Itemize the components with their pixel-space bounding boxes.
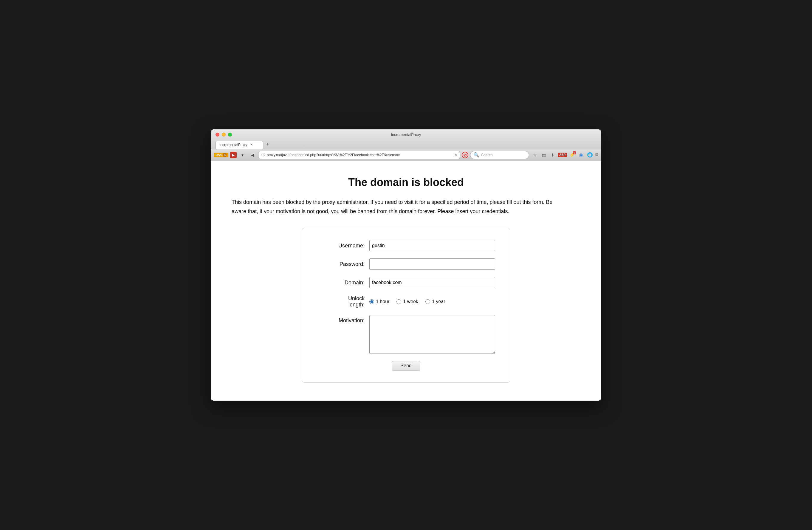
- page-content: The domain is blocked This domain has be…: [211, 161, 601, 401]
- search-input[interactable]: [481, 153, 526, 157]
- window-title: IncrementalProxy: [391, 132, 421, 137]
- back-button[interactable]: ◀: [249, 151, 257, 159]
- radio-1year[interactable]: 1 year: [425, 299, 445, 304]
- radio-1year-label: 1 year: [432, 299, 445, 304]
- title-bar: IncrementalProxy IncrementalProxy ✕ +: [211, 129, 601, 149]
- radio-1year-input[interactable]: [425, 299, 430, 304]
- bookmark-dropdown-button[interactable]: ▾: [238, 151, 247, 159]
- send-button[interactable]: Send: [392, 361, 420, 371]
- new-tab-button[interactable]: +: [263, 140, 272, 149]
- browser-window: IncrementalProxy IncrementalProxy ✕ + RS…: [211, 129, 601, 401]
- nav-right-icons: ☆ ▤ ⬇ ABP ⚡ 0 ◉ 🌐 ≡: [531, 151, 598, 159]
- radio-1hour-input[interactable]: [369, 299, 374, 304]
- extension2-button[interactable]: ◉: [577, 151, 585, 159]
- tab-label: IncrementalProxy: [219, 143, 247, 147]
- refresh-icon[interactable]: ↻: [454, 153, 457, 157]
- tabs-bar: IncrementalProxy ✕ +: [216, 140, 596, 149]
- domain-input[interactable]: [369, 277, 495, 288]
- star-icon-button[interactable]: ☆: [531, 151, 539, 159]
- info-icon: ⓘ: [261, 152, 265, 157]
- username-input[interactable]: [369, 240, 495, 251]
- domain-row: Domain:: [317, 277, 495, 288]
- maximize-dot[interactable]: [228, 133, 232, 137]
- unlock-length-row: Unlock length: 1 hour 1 week 1 year: [317, 296, 495, 308]
- rss-button[interactable]: RSS 6: [214, 153, 228, 157]
- reader-icon-button[interactable]: ▤: [540, 151, 548, 159]
- extension1-button[interactable]: ⚡ 0: [568, 151, 576, 159]
- rss-count: 6: [223, 153, 227, 157]
- nav-bar: RSS 6 ▶ ▾ ◀ ⓘ ↻ ⊘ 🔍: [211, 149, 601, 161]
- unlock-label: Unlock length:: [317, 296, 365, 308]
- search-icon: 🔍: [473, 152, 479, 158]
- rss-label: RSS: [216, 153, 222, 157]
- search-bar: 🔍: [470, 151, 529, 159]
- radio-1hour[interactable]: 1 hour: [369, 299, 389, 304]
- form-container: Username: Password: Domain: Unlock lengt…: [302, 228, 510, 383]
- extension2-icon: ◉: [579, 152, 583, 158]
- download-icon-button[interactable]: ⬇: [549, 151, 556, 159]
- adblock-button[interactable]: ABP: [558, 153, 567, 157]
- password-input[interactable]: [369, 258, 495, 270]
- blocked-symbol: ⊘: [463, 153, 467, 157]
- url-bar: ⓘ ↻: [259, 151, 460, 159]
- password-label: Password:: [317, 261, 365, 267]
- bookmark-button[interactable]: ▶: [230, 152, 237, 158]
- page-title: The domain is blocked: [232, 176, 580, 189]
- radio-1week-input[interactable]: [396, 299, 401, 304]
- password-row: Password:: [317, 258, 495, 270]
- url-input[interactable]: [267, 153, 453, 157]
- menu-button[interactable]: ≡: [595, 152, 598, 158]
- window-controls: [216, 133, 232, 137]
- chevron-down-icon: ▾: [242, 153, 244, 157]
- bookmark-icon: ▶: [232, 153, 235, 157]
- motivation-textarea[interactable]: [369, 315, 495, 354]
- unlock-radio-group: 1 hour 1 week 1 year: [369, 299, 445, 304]
- username-label: Username:: [317, 243, 365, 249]
- notification-badge: 0: [573, 151, 576, 154]
- radio-1week[interactable]: 1 week: [396, 299, 418, 304]
- motivation-row: Motivation:: [317, 315, 495, 354]
- close-dot[interactable]: [216, 133, 219, 137]
- extension3-icon: 🌐: [587, 152, 593, 158]
- tab-close-button[interactable]: ✕: [249, 143, 254, 147]
- domain-label: Domain:: [317, 280, 365, 286]
- page-description: This domain has been blocked by the prox…: [232, 198, 560, 216]
- extension3-button[interactable]: 🌐: [586, 151, 594, 159]
- blocked-icon: ⊘: [462, 152, 468, 158]
- motivation-label: Motivation:: [317, 317, 365, 324]
- tab-incrementalproxy[interactable]: IncrementalProxy ✕: [216, 141, 263, 149]
- username-row: Username:: [317, 240, 495, 251]
- back-icon: ◀: [251, 153, 254, 157]
- radio-1week-label: 1 week: [403, 299, 418, 304]
- minimize-dot[interactable]: [222, 133, 226, 137]
- radio-1hour-label: 1 hour: [376, 299, 389, 304]
